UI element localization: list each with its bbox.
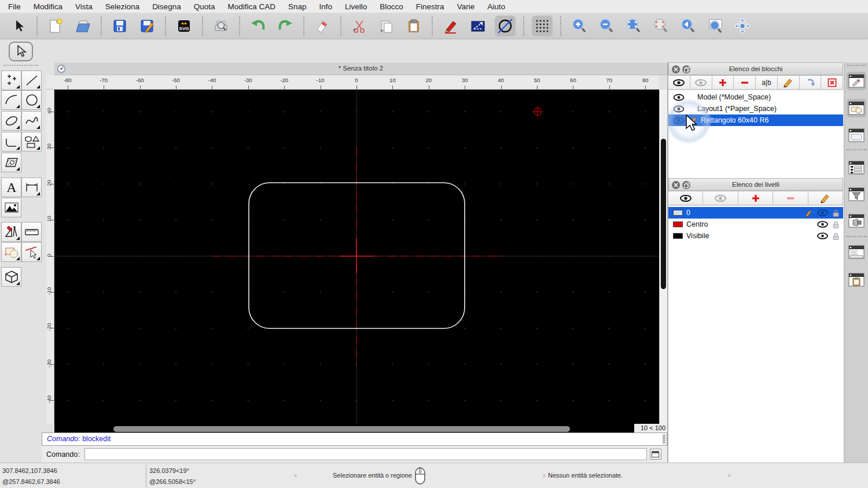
menu-file[interactable]: File (8, 2, 21, 11)
remove-layer-icon[interactable] (773, 191, 808, 205)
command-input[interactable] (84, 448, 647, 460)
dock-clipboard-icon[interactable] (847, 271, 866, 289)
undo-icon[interactable] (248, 16, 269, 36)
zoom-auto-icon[interactable] (623, 16, 644, 36)
measure-tool[interactable] (21, 222, 42, 242)
grid-toggle-icon[interactable] (532, 16, 553, 36)
drawing-canvas[interactable] (54, 90, 659, 432)
menu-disegna[interactable]: Disegna (152, 2, 181, 11)
pan-icon[interactable] (732, 16, 753, 36)
edit-pencil-icon[interactable] (805, 209, 813, 217)
dock-block-list-icon[interactable] (847, 99, 866, 117)
dock-filter-icon[interactable] (847, 185, 866, 204)
menu-vista[interactable]: Vista (75, 2, 93, 11)
menu-info[interactable]: Info (319, 2, 333, 11)
eraser-icon[interactable] (312, 16, 333, 36)
menu-varie[interactable]: Varie (457, 2, 475, 11)
zoom-in-icon[interactable] (569, 16, 590, 36)
vertical-scrollbar[interactable] (659, 90, 667, 424)
menu-livello[interactable]: Livello (345, 2, 367, 11)
image-tool[interactable] (1, 198, 21, 217)
horizontal-scrollbar-thumb[interactable] (113, 426, 570, 432)
redo-icon[interactable] (275, 16, 296, 36)
zoom-previous-icon[interactable] (678, 16, 698, 36)
menu-finestra[interactable]: Finestra (416, 2, 444, 11)
block-row-model[interactable]: Model (*Model_Space) (668, 91, 843, 103)
layer-row-visibile[interactable]: Visibile (668, 230, 843, 242)
layer-row-0[interactable]: 0 (668, 207, 843, 219)
edit-layer-icon[interactable] (808, 191, 843, 205)
modify-tool[interactable] (21, 242, 42, 262)
history-scrollbar-thumb[interactable] (663, 434, 665, 444)
pointer-icon[interactable] (8, 16, 29, 36)
text-tool[interactable]: A (1, 178, 21, 197)
visibility-eye-icon[interactable] (673, 117, 685, 124)
paste-icon[interactable] (403, 16, 424, 36)
visibility-eye-icon[interactable] (817, 232, 828, 239)
arc-tool[interactable] (1, 90, 21, 110)
new-document-icon[interactable] (45, 16, 66, 36)
line-tool[interactable] (21, 71, 42, 90)
polyline-tool[interactable] (1, 132, 21, 151)
spline-tool[interactable] (21, 111, 42, 131)
lock-icon[interactable] (832, 232, 840, 240)
zoom-selection-icon[interactable] (650, 16, 671, 36)
edit-block-icon[interactable] (777, 75, 800, 90)
detach-command-window-icon[interactable] (650, 449, 661, 460)
solid-3d-tool[interactable] (1, 267, 21, 287)
insert-block-icon[interactable] (799, 75, 822, 90)
dock-preview-icon[interactable] (847, 126, 866, 145)
dock-light-icon[interactable]: ● (847, 212, 866, 230)
vertical-scrollbar-thumb[interactable] (661, 139, 666, 289)
command-history[interactable]: Comando: blockedit (42, 432, 667, 446)
lock-icon[interactable] (832, 209, 840, 217)
pen-icon[interactable] (440, 16, 461, 36)
select-arrow-button[interactable] (9, 42, 33, 61)
zoom-window-icon[interactable] (705, 16, 726, 36)
add-layer-icon[interactable] (738, 191, 773, 205)
save-icon[interactable] (109, 16, 130, 36)
menu-modifica[interactable]: Modifica (34, 2, 62, 11)
hatch-tool[interactable] (1, 153, 21, 172)
visibility-eye-icon[interactable] (673, 94, 685, 101)
ellipse-tool[interactable] (1, 111, 21, 131)
shapes-tool[interactable] (21, 132, 42, 151)
block-row-layout1[interactable]: Layout1 (*Paper_Space) (668, 103, 843, 114)
svg-export-icon[interactable]: SVG (174, 16, 194, 36)
block-tool[interactable] (1, 242, 21, 262)
rename-block-button[interactable]: a|b (755, 75, 778, 90)
dock-command-line-icon[interactable] (847, 243, 866, 261)
zoom-out-icon[interactable] (596, 16, 617, 36)
draft-circle-slash-icon[interactable] (495, 16, 516, 36)
menu-quota[interactable]: Quota (194, 2, 215, 11)
dock-property-editor-icon[interactable] (847, 72, 866, 90)
show-all-blocks-icon[interactable] (668, 75, 690, 90)
print-preview-icon[interactable] (211, 16, 231, 36)
layer-row-centro[interactable]: Centro (668, 219, 843, 230)
dimension-tool[interactable] (21, 178, 42, 197)
menu-snap[interactable]: Snap (288, 2, 307, 11)
draw-tools-tool[interactable] (1, 222, 21, 242)
visibility-eye-icon[interactable] (673, 105, 685, 113)
open-folder-icon[interactable] (72, 16, 93, 36)
selection-rectangle-icon[interactable] (468, 16, 488, 36)
remove-block-icon[interactable] (733, 75, 756, 90)
save-as-icon[interactable] (137, 16, 157, 36)
lock-icon[interactable] (832, 221, 840, 228)
drawing-window-titlebar[interactable]: * Senza titolo 2 (54, 62, 667, 75)
dock-layer-list-icon[interactable] (847, 158, 866, 177)
cut-icon[interactable]: + (349, 16, 370, 36)
hide-all-blocks-icon[interactable] (690, 75, 712, 90)
delete-block-icon[interactable] (821, 75, 843, 90)
visibility-eye-icon[interactable] (817, 209, 828, 216)
menu-modifica-cad[interactable]: Modifica CAD (227, 2, 275, 11)
points-tool[interactable] (1, 71, 21, 90)
circle-tool[interactable] (21, 90, 42, 110)
copy-icon[interactable]: + (376, 16, 397, 36)
menu-aiuto[interactable]: Aiuto (487, 2, 505, 11)
visibility-eye-icon[interactable] (817, 221, 828, 228)
hide-all-layers-icon[interactable] (703, 191, 738, 205)
add-block-icon[interactable] (712, 75, 734, 90)
show-all-layers-icon[interactable] (668, 191, 703, 205)
menu-blocco[interactable]: Blocco (380, 2, 403, 11)
